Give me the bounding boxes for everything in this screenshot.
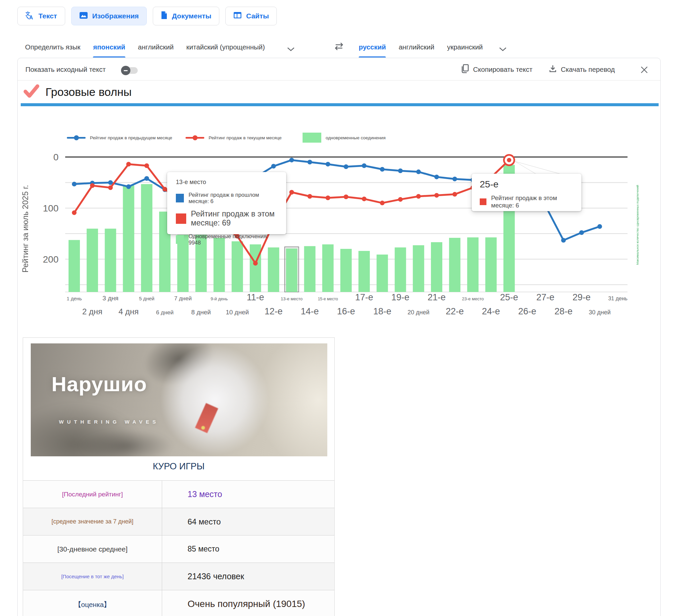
legend-swatch — [186, 137, 204, 139]
svg-text:29-е: 29-е — [573, 292, 591, 302]
table-row-2: [30-дневное среднее]85 место — [23, 535, 334, 563]
target-language-list: русскийанглийскийукраинский — [359, 39, 483, 57]
card-divider — [18, 80, 660, 81]
download-translation-label: Скачать перевод — [561, 66, 615, 74]
source-language-list: Определить языкяпонскийанглийскийкитайск… — [25, 39, 265, 57]
svg-text:10 дней: 10 дней — [226, 309, 249, 316]
legend-label: Рейтинг продаж в предыдущем месяце — [90, 135, 172, 140]
svg-text:1 день: 1 день — [67, 296, 82, 301]
target-language-0[interactable]: русский — [359, 39, 386, 57]
tab-images-label: Изображения — [92, 12, 139, 20]
source-language-1[interactable]: японский — [93, 39, 125, 57]
svg-text:100: 100 — [43, 203, 59, 213]
svg-text:28-е: 28-е — [554, 306, 572, 316]
source-language-0[interactable]: Определить язык — [25, 39, 80, 57]
table-row-0: [Последний рейтинг]13 место — [23, 481, 334, 508]
svg-text:3 дня: 3 дня — [103, 295, 119, 302]
table-row-label: [30-дневное среднее] — [57, 545, 127, 553]
target-language-2[interactable]: украинский — [447, 39, 483, 57]
copy-text-button[interactable]: Скопировать текст — [461, 64, 533, 75]
svg-text:21-е: 21-е — [427, 292, 446, 302]
svg-text:15-е место: 15-е место — [318, 297, 338, 301]
svg-text:7 дней: 7 дней — [174, 295, 192, 302]
image-icon — [79, 12, 88, 21]
chart-tooltip-day13: 13-е место Рейтинг продаж в прошлом меся… — [167, 172, 286, 234]
banner-game-title: Нарушио — [51, 372, 147, 396]
red-checkmark-icon — [24, 84, 39, 99]
table-row-label: 【оценка】 — [74, 599, 111, 609]
copy-text-label: Скопировать текст — [473, 66, 533, 74]
legend-swatch — [67, 137, 85, 139]
legend-item-1: Рейтинг продаж в текущем месяце — [186, 135, 281, 140]
legend-label: Рейтинг продаж в текущем месяце — [209, 135, 281, 140]
table-row-value: 85 место — [188, 544, 219, 553]
publisher-name: КУРО ИГРЫ — [23, 461, 334, 472]
legend-swatch — [303, 133, 321, 142]
banner-game-subtitle: WUTHERING WAVES — [59, 419, 159, 424]
source-language-2[interactable]: английский — [138, 39, 174, 57]
legend-item-0: Рейтинг продаж в предыдущем месяце — [67, 135, 172, 140]
game-stats-table: [Последний рейтинг]13 место[среднее знач… — [23, 480, 334, 616]
svg-text:6 дней: 6 дней — [156, 309, 174, 316]
tooltip-text: Одновременные подключения: 9948 — [189, 233, 277, 246]
svg-text:17-е: 17-е — [355, 292, 373, 302]
translate-mode-tabs: 文A Текст Изображения Документы Сайты — [17, 7, 277, 26]
game-banner-image: Нарушио WUTHERING WAVES — [31, 343, 327, 456]
svg-text:5 дней: 5 дней — [139, 296, 154, 301]
tab-documents[interactable]: Документы — [153, 7, 219, 26]
source-languages-chevron-down-icon[interactable] — [287, 47, 295, 53]
table-row-value: 21436 человек — [188, 572, 244, 581]
tooltip-row: Рейтинг продаж в прошлом месяце: 6 — [176, 192, 277, 204]
tooltip-row: Одновременные подключения: 9948 — [176, 233, 277, 246]
google-translate-images-page: 文A Текст Изображения Документы Сайты Опр… — [0, 0, 678, 616]
show-original-toggle[interactable] — [122, 67, 138, 74]
svg-text:16-е: 16-е — [337, 306, 355, 316]
svg-text:20 дней: 20 дней — [408, 309, 429, 316]
svg-text:19-е: 19-е — [391, 292, 410, 302]
tooltip-text: Рейтинг продаж в этом месяце: 6 — [491, 195, 573, 209]
svg-text:23-е место: 23-е место — [462, 296, 484, 301]
copy-icon — [461, 64, 469, 75]
svg-text:25-е: 25-е — [500, 292, 518, 302]
svg-text:22-е: 22-е — [446, 306, 464, 316]
svg-text:8 дней: 8 дней — [191, 309, 211, 316]
target-language-1[interactable]: английский — [399, 39, 434, 57]
tab-images[interactable]: Изображения — [71, 7, 147, 26]
title-underline-bar — [21, 103, 658, 106]
game-info-card: Нарушио WUTHERING WAVES КУРО ИГРЫ [После… — [23, 337, 335, 616]
tab-sites-label: Сайты — [246, 12, 269, 20]
svg-text:26-е: 26-е — [518, 306, 536, 316]
show-original-label: Показать исходный текст — [26, 66, 106, 74]
svg-text:12-е: 12-е — [264, 306, 282, 316]
download-translation-button[interactable]: Скачать перевод — [549, 64, 615, 75]
tab-text-label: Текст — [38, 12, 57, 20]
tooltip-text: Рейтинг продаж в прошлом месяце: 6 — [189, 192, 277, 204]
tooltip-title: 13-е место — [176, 179, 277, 186]
table-row-value: 13 место — [188, 489, 222, 499]
close-icon[interactable] — [640, 66, 649, 76]
svg-text:0: 0 — [53, 152, 59, 162]
svg-text:2 дня: 2 дня — [82, 307, 102, 316]
legend-item-2: одновременные соединения — [303, 133, 385, 142]
svg-text:30 дней: 30 дней — [589, 309, 611, 316]
y-axis-title: Рейтинг за июль 2025 г. — [21, 172, 30, 286]
table-row-label: [Последний рейтинг] — [62, 491, 123, 498]
target-languages-chevron-down-icon[interactable] — [499, 47, 507, 53]
translate-icon: 文A — [26, 11, 34, 22]
table-row-label: [среднее значение за 7 дней] — [51, 518, 134, 525]
svg-text:27-е: 27-е — [536, 292, 554, 302]
sales-rank-chart: 01002001 день2 дня3 дня4 дня5 дней6 дней… — [0, 129, 678, 329]
tooltip-row: Рейтинг продаж в этом месяце: 6 — [480, 195, 573, 209]
source-language-3[interactable]: китайский (упрощенный) — [186, 39, 265, 57]
tooltip-text: Рейтинг продаж в этом месяце: 69 — [191, 209, 277, 228]
tooltip-swatch — [176, 213, 186, 224]
tab-sites[interactable]: Сайты — [225, 7, 277, 26]
tab-text[interactable]: 文A Текст — [17, 7, 65, 26]
table-row-value: Очень популярный (19015) — [188, 599, 305, 609]
result-toolbar: Скопировать текст Скачать перевод — [461, 64, 615, 75]
toggle-knob — [121, 66, 130, 75]
swap-languages-icon[interactable] — [333, 42, 345, 52]
svg-text:18-е: 18-е — [373, 306, 391, 316]
tab-documents-label: Документы — [172, 12, 211, 20]
tooltip-swatch — [176, 235, 184, 244]
